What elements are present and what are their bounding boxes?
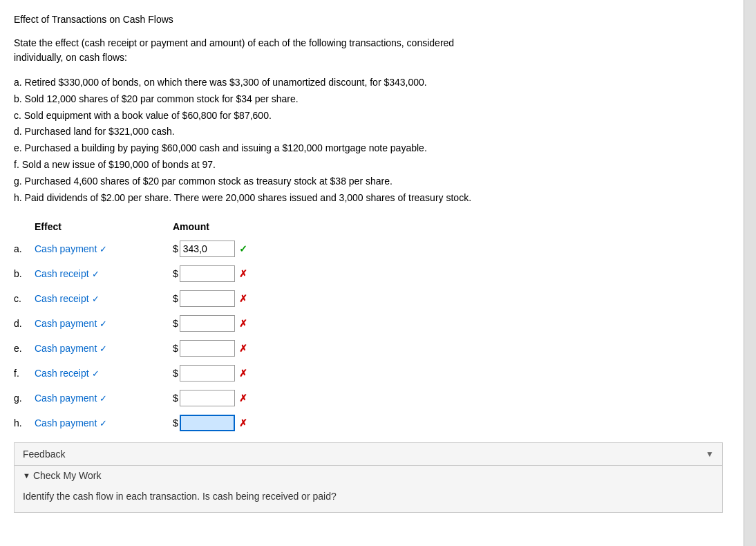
- row-letter: g.: [14, 393, 35, 404]
- row-letter: e.: [14, 343, 35, 354]
- answer-row: d.Cash payment ✓$✗: [14, 311, 723, 336]
- table-header-row: Effect Amount: [14, 218, 723, 236]
- answer-row: b.Cash receipt ✓$✗: [14, 261, 723, 286]
- effect-value[interactable]: Cash payment: [35, 318, 97, 329]
- answer-row: f.Cash receipt ✓$✗: [14, 361, 723, 386]
- row-letter: d.: [14, 318, 35, 329]
- effect-wrapper: Cash receipt ✓: [35, 368, 173, 379]
- amount-input[interactable]: [180, 290, 235, 307]
- x-icon[interactable]: ✗: [239, 417, 247, 429]
- check-my-work-row[interactable]: ▼ Check My Work: [15, 466, 722, 485]
- amount-wrapper: $✓: [173, 241, 297, 257]
- amount-wrapper: $✗: [173, 340, 297, 357]
- effect-check-icon[interactable]: ✓: [100, 319, 107, 329]
- feedback-label: Feedback: [23, 449, 65, 460]
- dollar-sign: $: [173, 417, 178, 429]
- effect-check-icon[interactable]: ✓: [92, 269, 100, 279]
- effect-value[interactable]: Cash receipt: [35, 368, 89, 379]
- transaction-item: d. Purchased land for $321,000 cash.: [14, 124, 723, 140]
- effect-wrapper: Cash payment ✓: [35, 318, 173, 329]
- dollar-sign: $: [173, 393, 178, 404]
- amount-wrapper: $✗: [173, 415, 297, 431]
- effect-value[interactable]: Cash receipt: [35, 268, 89, 279]
- transaction-item: c. Sold equipment with a book value of $…: [14, 108, 723, 124]
- answer-table: Effect Amount a.Cash payment ✓$✓b.Cash r…: [14, 218, 723, 435]
- effect-wrapper: Cash payment ✓: [35, 417, 173, 429]
- amount-input[interactable]: [180, 415, 235, 431]
- effect-value[interactable]: Cash payment: [35, 343, 97, 354]
- transaction-item: b. Sold 12,000 shares of $20 par common …: [14, 91, 723, 108]
- content-area: Effect of Transactions on Cash Flows Sta…: [0, 0, 744, 546]
- effect-check-icon[interactable]: ✓: [92, 368, 100, 379]
- effect-wrapper: Cash payment ✓: [35, 393, 173, 404]
- effect-wrapper: Cash payment ✓: [35, 243, 173, 254]
- effect-wrapper: Cash payment ✓: [35, 343, 173, 354]
- page-title: Effect of Transactions on Cash Flows: [14, 14, 723, 25]
- transaction-item: e. Purchased a building by paying $60,00…: [14, 140, 723, 157]
- dollar-sign: $: [173, 318, 178, 329]
- x-icon[interactable]: ✓: [239, 243, 247, 254]
- scrollbar[interactable]: [744, 0, 756, 546]
- answer-row: h.Cash payment ✓$✗: [14, 411, 723, 435]
- transaction-item: g. Purchased 4,600 shares of $20 par com…: [14, 173, 723, 190]
- check-my-work-arrow-icon: ▼: [23, 471, 30, 480]
- effect-check-icon[interactable]: ✓: [100, 343, 107, 354]
- amount-input[interactable]: [180, 315, 235, 332]
- answer-row: e.Cash payment ✓$✗: [14, 336, 723, 361]
- effect-check-icon[interactable]: ✓: [100, 418, 107, 429]
- amount-input[interactable]: [180, 265, 235, 282]
- dollar-sign: $: [173, 243, 178, 254]
- dollar-sign: $: [173, 293, 178, 304]
- answer-row: a.Cash payment ✓$✓: [14, 236, 723, 261]
- x-icon[interactable]: ✗: [239, 268, 247, 279]
- transaction-item: a. Retired $330,000 of bonds, on which t…: [14, 75, 723, 91]
- effect-column-header: Effect: [35, 221, 173, 232]
- row-letter: h.: [14, 417, 35, 429]
- row-letter: c.: [14, 293, 35, 304]
- effect-value[interactable]: Cash payment: [35, 243, 97, 254]
- amount-input[interactable]: [180, 241, 235, 257]
- answer-row: g.Cash payment ✓$✗: [14, 386, 723, 411]
- instructions: State the effect (cash receipt or paymen…: [14, 36, 723, 65]
- x-icon[interactable]: ✗: [239, 393, 247, 404]
- dollar-sign: $: [173, 268, 178, 279]
- feedback-text: Identify the cash flow in each transacti…: [15, 485, 722, 512]
- effect-check-icon[interactable]: ✓: [100, 393, 107, 404]
- amount-column-header: Amount: [173, 221, 311, 232]
- amount-input[interactable]: [180, 390, 235, 406]
- feedback-arrow-icon[interactable]: ▼: [706, 449, 714, 459]
- amount-wrapper: $✗: [173, 265, 297, 282]
- effect-value[interactable]: Cash payment: [35, 417, 97, 429]
- amount-wrapper: $✗: [173, 365, 297, 382]
- x-icon[interactable]: ✗: [239, 293, 247, 304]
- row-letter: a.: [14, 243, 35, 254]
- dollar-sign: $: [173, 343, 178, 354]
- effect-wrapper: Cash receipt ✓: [35, 293, 173, 304]
- transactions-list: a. Retired $330,000 of bonds, on which t…: [14, 75, 723, 206]
- feedback-section: Feedback ▼ ▼ Check My Work Identify the …: [14, 442, 723, 513]
- amount-input[interactable]: [180, 340, 235, 357]
- answer-row: c.Cash receipt ✓$✗: [14, 286, 723, 311]
- amount-wrapper: $✗: [173, 315, 297, 332]
- instructions-line2: individually, on cash flows:: [14, 50, 723, 65]
- dollar-sign: $: [173, 368, 178, 379]
- effect-wrapper: Cash receipt ✓: [35, 268, 173, 279]
- amount-wrapper: $✗: [173, 290, 297, 307]
- effect-value[interactable]: Cash payment: [35, 393, 97, 404]
- effect-check-icon[interactable]: ✓: [92, 294, 100, 304]
- amount-wrapper: $✗: [173, 390, 297, 406]
- transaction-item: f. Sold a new issue of $190,000 of bonds…: [14, 157, 723, 173]
- feedback-header: Feedback ▼: [15, 443, 722, 466]
- amount-input[interactable]: [180, 365, 235, 382]
- main-container: Effect of Transactions on Cash Flows Sta…: [0, 0, 756, 546]
- row-letter: b.: [14, 268, 35, 279]
- x-icon[interactable]: ✗: [239, 318, 247, 329]
- check-my-work-label: Check My Work: [33, 470, 102, 481]
- instructions-line1: State the effect (cash receipt or paymen…: [14, 36, 723, 50]
- effect-value[interactable]: Cash receipt: [35, 293, 89, 304]
- transaction-item: h. Paid dividends of $2.00 per share. Th…: [14, 190, 723, 207]
- x-icon[interactable]: ✗: [239, 343, 247, 354]
- x-icon[interactable]: ✗: [239, 368, 247, 379]
- col-letter-header: [14, 221, 35, 232]
- effect-check-icon[interactable]: ✓: [100, 244, 107, 254]
